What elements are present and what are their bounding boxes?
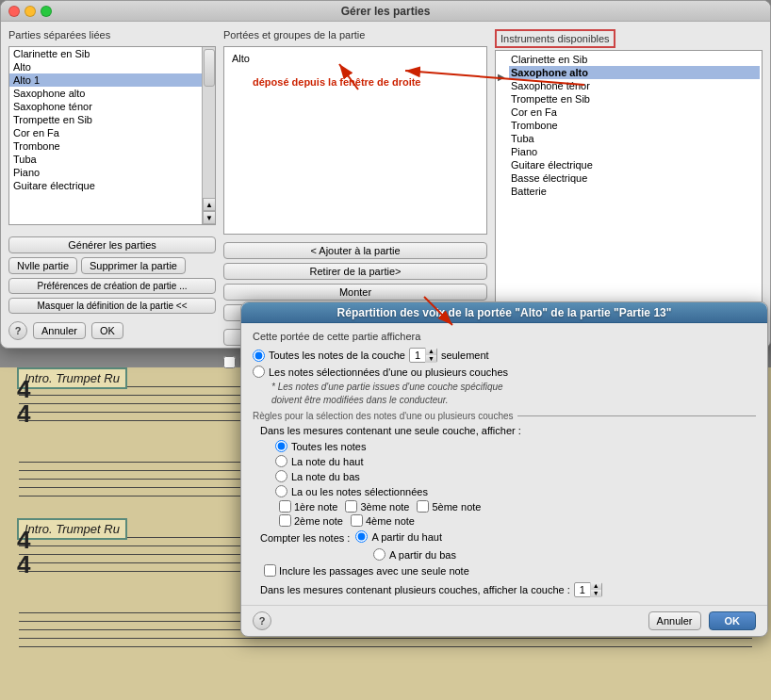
instruments-header: Instruments disponibles	[495, 29, 615, 48]
checkboxes-row1: 1ère note 3ème note 5ème note	[260, 500, 756, 513]
couche-spinner[interactable]: 1 ▲ ▼	[574, 582, 602, 597]
plusieurs-label: Dans les mesures contenant plusieurs cou…	[260, 584, 570, 595]
note2-label: 2ème note	[294, 515, 343, 527]
bottom-note-radio[interactable]	[275, 470, 287, 482]
list-item[interactable]: Saxophone ténor	[9, 100, 215, 113]
remove-from-part-button[interactable]: Retirer de la partie>	[223, 263, 487, 280]
include-checkbox[interactable]	[264, 564, 276, 577]
note5-checkbox[interactable]	[417, 500, 429, 513]
mid-panel-label: Portées et groupes de la partie	[223, 29, 487, 41]
checkboxes-row2: 2ème note 4ème note	[260, 514, 756, 527]
note3-checkbox[interactable]	[345, 500, 357, 513]
note5-label: 5ème note	[432, 501, 481, 513]
scroll-up-btn[interactable]: ▲	[203, 198, 216, 211]
list-item[interactable]: Clarinette en Sib	[9, 47, 215, 60]
option1-row: Toutes les notes de la couche 1 ▲ ▼ seul…	[253, 348, 756, 363]
instruments-items: Clarinette en Sib Saxophone alto Saxopho…	[509, 53, 760, 337]
top-note-row: La note du haut	[260, 455, 756, 467]
repartition-checkbox[interactable]	[223, 356, 236, 368]
include-label: Inclure les passages avec une seule note	[279, 565, 469, 577]
inst-item[interactable]: Trombone	[509, 119, 760, 132]
selected-notes-radio[interactable]	[275, 485, 287, 497]
help-button[interactable]: ?	[8, 321, 27, 340]
list-item[interactable]: Guitare électrique	[9, 179, 215, 192]
instruments-list[interactable]: ▶ Clarinette en Sib Saxophone alto Saxop…	[495, 50, 763, 340]
list-item[interactable]: Trompette en Sib	[9, 113, 215, 126]
inst-item[interactable]: Saxophone ténor	[509, 79, 760, 92]
time-den: 4	[17, 401, 30, 426]
inst-item[interactable]: Cor en Fa	[509, 106, 760, 119]
list-item[interactable]: Alto	[9, 60, 215, 73]
add-to-part-button[interactable]: < Ajouter à la partie	[223, 242, 487, 259]
up-button[interactable]: Monter	[223, 284, 487, 301]
preferences-button[interactable]: Préférences de création de partie ...	[8, 278, 216, 294]
spinner-down-button[interactable]: ▼	[426, 355, 436, 363]
inst-item[interactable]: Batterie	[509, 185, 760, 198]
mid-panel: Portées et groupes de la partie Alto dép…	[223, 29, 487, 340]
sub-dialog: Répartition des voix de la portée "Alto"…	[240, 301, 768, 637]
list-item-selected[interactable]: Alto 1	[9, 73, 215, 87]
note3-item: 3ème note	[345, 500, 409, 513]
sub-dialog-titlebar: Répartition des voix de la portée "Alto"…	[241, 302, 767, 323]
inst-item[interactable]: Guitare électrique	[509, 158, 760, 171]
inst-item[interactable]: Basse électrique	[509, 171, 760, 185]
note2-checkbox[interactable]	[279, 514, 291, 527]
option1-suffix: seulement	[441, 350, 489, 361]
inst-item[interactable]: Tuba	[509, 132, 760, 145]
generate-parts-button[interactable]: Générer les parties	[8, 236, 216, 253]
sub-help-button[interactable]: ?	[253, 611, 271, 630]
sub-dialog-title: Répartition des voix de la portée "Alto"…	[337, 306, 672, 319]
all-notes-label: Toutes les notes	[291, 441, 367, 452]
option2-label: Les notes sélectionnées d'une ou plusieu…	[269, 366, 508, 378]
inst-item[interactable]: Clarinette en Sib	[509, 53, 760, 66]
new-part-button[interactable]: Nvlle partie	[8, 257, 77, 274]
compter-row: Compter les notes : A partir du haut	[260, 530, 756, 545]
option2-radio[interactable]	[253, 366, 265, 378]
sub-ok-button[interactable]: OK	[709, 611, 757, 630]
separator-line	[517, 415, 756, 416]
right-panel: Instruments disponibles ▶ Clarinette en …	[495, 29, 763, 340]
note1-checkbox[interactable]	[279, 500, 291, 513]
list-item[interactable]: Saxophone alto	[9, 87, 215, 100]
rules-separator: Règles pour la sélection des notes d'une…	[253, 411, 756, 421]
alto-portee-item[interactable]: Alto	[228, 51, 483, 66]
option1-radio[interactable]	[253, 350, 265, 362]
hide-def-button[interactable]: Masquer la définition de la partie <<	[8, 298, 216, 314]
list-item[interactable]: Piano	[9, 166, 215, 179]
list-item[interactable]: Tuba	[9, 153, 215, 166]
note4-checkbox[interactable]	[351, 514, 363, 527]
close-button[interactable]	[8, 6, 20, 17]
inst-item-selected[interactable]: Saxophone alto	[509, 66, 760, 79]
portees-box[interactable]: Alto déposé depuis la fenêtre de droite	[223, 46, 487, 235]
bas-radio-row: A partir du bas	[260, 548, 756, 561]
scroll-down-btn[interactable]: ▼	[203, 211, 216, 224]
drop-annotation: déposé depuis la fenêtre de droite	[253, 75, 421, 90]
all-notes-radio[interactable]	[275, 440, 287, 452]
couche-up-btn[interactable]: ▲	[591, 582, 601, 590]
minimize-button[interactable]	[25, 6, 36, 17]
top-note-radio[interactable]	[275, 455, 287, 467]
layer-spinner[interactable]: 1 ▲ ▼	[409, 348, 437, 363]
inst-item[interactable]: Trompette en Sib	[509, 92, 760, 106]
maximize-button[interactable]	[41, 6, 52, 17]
delete-part-button[interactable]: Supprimer la partie	[81, 257, 186, 274]
parts-list[interactable]: Clarinette en Sib Alto Alto 1 Saxophone …	[8, 46, 216, 225]
inst-item[interactable]: Piano	[509, 145, 760, 158]
cancel-button-main[interactable]: Annuler	[33, 322, 86, 339]
bas-radio[interactable]	[373, 548, 386, 561]
expand-arrow-icon[interactable]: ▶	[498, 72, 505, 337]
note1-label: 1ère note	[294, 501, 337, 513]
ok-button-main[interactable]: OK	[91, 322, 123, 339]
sub-cancel-button[interactable]: Annuler	[648, 611, 701, 630]
spinner-up-button[interactable]: ▲	[426, 348, 436, 355]
list-item[interactable]: Trombone	[9, 139, 215, 153]
haut-radio[interactable]	[355, 530, 368, 543]
list-item[interactable]: Cor en Fa	[9, 126, 215, 139]
couche-down-btn[interactable]: ▼	[591, 590, 601, 597]
note3-label: 3ème note	[360, 501, 409, 513]
left-panel-label: Parties séparées liées	[8, 29, 216, 41]
rules-label: Règles pour la sélection des notes d'une…	[253, 411, 514, 421]
compter-label: Compter les notes :	[260, 532, 350, 544]
dans-mesures-label: Dans les mesures contenant une seule cou…	[260, 425, 756, 436]
haut-radio-row: A partir du haut	[355, 530, 442, 543]
